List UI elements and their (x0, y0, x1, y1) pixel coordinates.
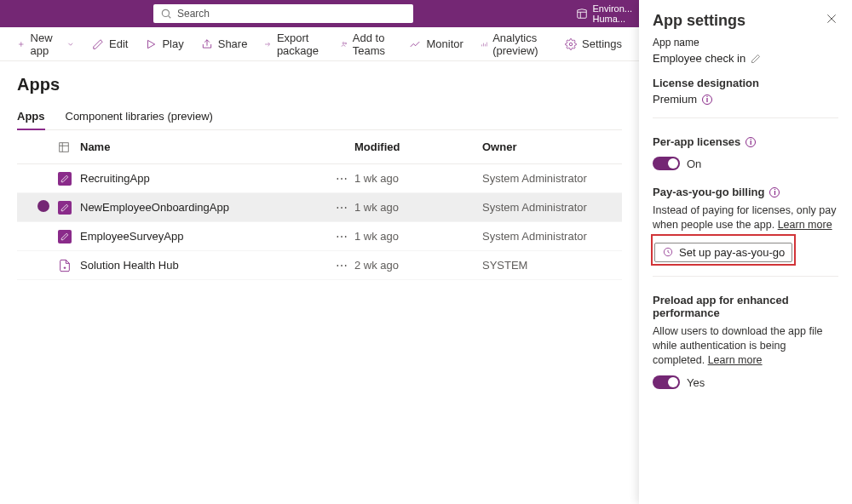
owner-cell: System Administrator (482, 230, 622, 243)
add-to-teams-button[interactable]: Add to Teams (334, 28, 400, 60)
info-icon[interactable]: i (702, 94, 712, 105)
table-row[interactable]: RecruitingApp⋯1 wk agoSystem Administrat… (17, 164, 622, 193)
payg-description: Instead of paying for licenses, only pay… (653, 203, 838, 232)
table-row[interactable]: EmployeeSurveyApp⋯1 wk agoSystem Adminis… (17, 222, 622, 251)
learn-more-link[interactable]: Learn more (708, 354, 763, 366)
chevron-down-icon (66, 38, 75, 50)
column-picker-icon[interactable] (58, 141, 70, 153)
payg-icon (662, 246, 674, 258)
edit-app-name-button[interactable] (751, 54, 761, 64)
owner-cell: SYSTEM (482, 259, 622, 272)
app-name-value: Employee check in (653, 52, 746, 65)
app-name-cell[interactable]: EmployeeSurveyApp (80, 230, 336, 243)
info-icon[interactable]: i (746, 137, 756, 147)
divider (653, 117, 838, 118)
modified-cell: 2 wk ago (354, 259, 482, 272)
tab-apps[interactable]: Apps (17, 103, 45, 129)
share-label: Share (218, 37, 248, 50)
col-header-name[interactable]: Name (80, 140, 336, 153)
monitor-label: Monitor (426, 37, 463, 50)
play-icon (145, 38, 157, 50)
edit-button[interactable]: Edit (85, 34, 135, 54)
settings-button[interactable]: Settings (558, 34, 629, 54)
suite-header: Search Environ... Huma... (0, 0, 639, 27)
col-header-modified[interactable]: Modified (354, 140, 482, 153)
row-more-button[interactable]: ⋯ (336, 172, 348, 186)
app-name-cell[interactable]: Solution Health Hub (80, 259, 336, 272)
per-app-licenses-toggle[interactable] (653, 157, 680, 170)
table-row[interactable]: Solution Health Hub⋯2 wk agoSYSTEM (17, 251, 622, 280)
payg-highlight: Set up pay-as-you-go (653, 236, 794, 264)
settings-label: Settings (582, 37, 622, 50)
pencil-icon (92, 38, 104, 50)
analytics-button[interactable]: Analytics (preview) (474, 28, 555, 60)
close-button[interactable] (825, 12, 838, 26)
command-bar: New app Edit Play Share Export package A… (0, 27, 639, 61)
preload-toggle[interactable] (653, 375, 680, 389)
tab-bar: Apps Component libraries (preview) (17, 103, 622, 130)
col-header-owner[interactable]: Owner (482, 140, 622, 153)
grid-header-row: Name Modified Owner (17, 130, 622, 164)
monitor-button[interactable]: Monitor (402, 34, 469, 54)
per-app-licenses-label: Per-app licenses (653, 135, 740, 148)
row-more-button[interactable]: ⋯ (336, 259, 348, 272)
model-app-icon (58, 259, 72, 272)
tab-component-libraries[interactable]: Component libraries (preview) (66, 103, 213, 129)
page-title: Apps (17, 75, 622, 94)
per-app-toggle-text: On (687, 158, 701, 170)
environment-label: Environ... (593, 3, 632, 14)
info-icon[interactable]: i (769, 187, 780, 198)
analytics-icon (481, 38, 487, 50)
modified-cell: 1 wk ago (354, 172, 482, 185)
modified-cell: 1 wk ago (354, 230, 482, 243)
owner-cell: System Administrator (482, 172, 622, 185)
share-button[interactable]: Share (194, 34, 255, 54)
analytics-label: Analytics (preview) (492, 32, 548, 57)
play-label: Play (162, 37, 183, 50)
new-app-button[interactable]: New app (10, 28, 82, 60)
canvas-app-icon (58, 230, 72, 243)
search-icon (160, 8, 172, 20)
play-button[interactable]: Play (138, 34, 190, 54)
app-name-cell[interactable]: NewEmployeeOnboardingApp (80, 201, 336, 214)
row-more-button[interactable]: ⋯ (336, 230, 348, 243)
teams-icon (341, 38, 348, 50)
environment-value: Huma... (593, 14, 632, 24)
table-row[interactable]: NewEmployeeOnboardingApp⋯1 wk agoSystem … (17, 193, 622, 222)
app-name-label: App name (653, 37, 838, 49)
environment-picker[interactable]: Environ... Huma... (576, 3, 632, 24)
environment-icon (576, 8, 588, 20)
learn-more-link[interactable]: Learn more (778, 219, 832, 231)
app-launcher-placeholder (7, 3, 27, 24)
teams-label: Add to Teams (353, 32, 393, 57)
canvas-app-icon (58, 172, 72, 186)
divider (653, 276, 838, 277)
gear-icon (565, 38, 577, 50)
setup-payg-button[interactable]: Set up pay-as-you-go (654, 243, 792, 262)
owner-cell: System Administrator (482, 201, 622, 214)
license-designation-label: License designation (653, 77, 759, 89)
search-placeholder: Search (177, 8, 210, 20)
modified-cell: 1 wk ago (354, 201, 482, 214)
svg-line-1 (169, 16, 171, 19)
app-name-cell[interactable]: RecruitingApp (80, 172, 336, 185)
svg-point-0 (162, 9, 169, 16)
export-icon (264, 38, 271, 50)
canvas-app-icon (58, 201, 72, 215)
preload-description: Allow users to download the app file whi… (653, 324, 838, 368)
panel-title: App settings (653, 12, 825, 30)
license-designation-value: Premium (653, 93, 697, 106)
new-app-label: New app (31, 32, 60, 57)
svg-rect-8 (60, 142, 69, 152)
export-label: Export package (277, 32, 324, 57)
svg-marker-4 (148, 40, 155, 48)
share-icon (201, 38, 213, 50)
close-icon (825, 12, 838, 26)
monitor-icon (409, 38, 421, 50)
export-package-button[interactable]: Export package (257, 28, 330, 60)
svg-point-6 (345, 43, 347, 44)
edit-label: Edit (109, 37, 128, 50)
search-input[interactable]: Search (153, 4, 413, 23)
row-more-button[interactable]: ⋯ (336, 201, 348, 215)
plus-icon (17, 38, 26, 50)
